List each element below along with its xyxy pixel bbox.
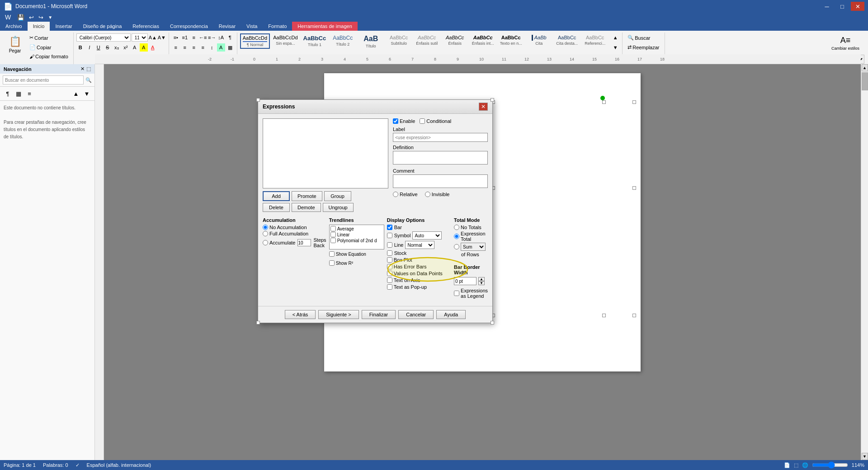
line-checkbox[interactable] — [387, 242, 392, 248]
maximize-button[interactable]: □ — [835, 2, 849, 11]
sort-btn[interactable]: ↕A — [217, 33, 225, 42]
text-highlight-btn[interactable]: A — [140, 43, 148, 52]
back-button[interactable]: < Atrás — [285, 310, 316, 319]
steps-back-input[interactable] — [297, 239, 311, 246]
full-accum-label[interactable]: Full Accumulation — [263, 231, 326, 236]
expr-total-radio[interactable] — [454, 234, 459, 239]
numbering-btn[interactable]: ≡1 — [181, 33, 189, 42]
vertical-scrollbar[interactable]: ▲ ▼ — [861, 64, 868, 460]
box-plot-checkbox[interactable] — [387, 257, 392, 263]
no-accum-label[interactable]: No Accumulation — [263, 225, 326, 230]
trend-average[interactable]: Average — [330, 226, 383, 231]
align-center-btn[interactable]: ≡ — [181, 43, 189, 52]
shading-btn[interactable]: A — [217, 43, 225, 52]
symbol-checkbox[interactable] — [387, 233, 392, 238]
nav-search-input[interactable] — [3, 75, 84, 85]
view-print-btn[interactable]: 📄 — [784, 462, 790, 468]
copy-button[interactable]: 📄 Copiar — [27, 43, 71, 52]
sum-label[interactable]: Sum — [454, 243, 488, 251]
border-down-btn[interactable]: ▼ — [478, 281, 485, 285]
increase-indent-btn[interactable]: ≡→ — [208, 33, 216, 42]
decrease-font-btn[interactable]: A▼ — [158, 33, 166, 42]
help-button[interactable]: Ayuda — [436, 310, 466, 319]
selection-handle-mr[interactable] — [632, 186, 636, 190]
symbol-select[interactable]: Auto — [412, 231, 442, 240]
styles-up-btn[interactable]: ▲ — [611, 33, 619, 42]
scroll-thumb[interactable] — [862, 72, 868, 90]
undo-quick-btn[interactable]: ↩ — [28, 14, 35, 21]
style-sin-espa[interactable]: AaBbCcDd Sin espa... — [271, 33, 300, 47]
tab-correspondencia[interactable]: Correspondencia — [165, 22, 213, 31]
format-copy-button[interactable]: 🖌 Copiar formato — [27, 52, 71, 61]
line-select[interactable]: Normal — [405, 241, 434, 249]
italic-btn[interactable]: I — [85, 43, 94, 52]
tab-diseno-pagina[interactable]: Diseño de página — [78, 22, 127, 31]
sum-select[interactable]: Sum — [461, 243, 486, 251]
show-r2-check[interactable] — [329, 260, 335, 266]
accumulate-radio[interactable] — [263, 240, 268, 245]
customize-quick-btn[interactable]: ▼ — [47, 14, 54, 20]
add-button[interactable]: Add — [263, 191, 290, 201]
trend-average-check[interactable] — [330, 226, 336, 231]
style-texto-n[interactable]: AaBbCc Texto en n... — [497, 33, 524, 47]
trend-linear[interactable]: Linear — [330, 232, 383, 237]
nav-headings-btn[interactable]: ¶ — [3, 89, 13, 99]
text-effects-btn[interactable]: A — [131, 43, 139, 52]
show-marks-btn[interactable]: ¶ — [226, 33, 234, 42]
conditional-checkbox-label[interactable]: Conditional — [420, 118, 451, 124]
invisible-radio-label[interactable]: Invisible — [425, 192, 450, 197]
promote-button[interactable]: Promote — [292, 191, 322, 201]
dlg-resize-bl[interactable] — [256, 321, 260, 324]
style-normal[interactable]: AaBbCcDd ¶ Normal — [240, 33, 270, 49]
next-button[interactable]: Siguiente > — [318, 310, 359, 319]
spell-check-icon[interactable]: ✓ — [75, 462, 80, 468]
paste-button[interactable]: 📋 Pegar — [4, 33, 26, 56]
text-axis-checkbox[interactable] — [387, 277, 392, 283]
nav-close-btn[interactable]: ✕ — [80, 66, 85, 72]
bar-checkbox[interactable] — [387, 225, 392, 230]
stock-checkbox[interactable] — [387, 250, 392, 256]
language[interactable]: Español (alfab. internacional) — [87, 462, 151, 468]
style-enfasis-sutil[interactable]: AaBbCc Énfasis sutil — [413, 33, 440, 47]
strikethrough-btn[interactable]: S — [104, 43, 112, 52]
reemplazar-button[interactable]: ⇄ Reemplazar — [625, 43, 661, 52]
tab-archivo[interactable]: Archivo — [0, 22, 28, 31]
conditional-checkbox[interactable] — [420, 118, 425, 124]
dialog-titlebar[interactable]: Expressions ✕ — [258, 100, 492, 114]
style-cita[interactable]: AaBb Cita — [525, 33, 552, 47]
finish-button[interactable]: Finalizar — [362, 310, 396, 319]
style-titulo[interactable]: AaB Título — [357, 33, 384, 50]
comment-textarea[interactable] — [393, 174, 488, 188]
selection-handle-tr[interactable] — [632, 100, 636, 104]
close-button[interactable]: ✕ — [851, 2, 864, 11]
view-full-btn[interactable]: ⬚ — [794, 462, 798, 468]
selection-handle-bc[interactable] — [602, 314, 606, 317]
nav-results-btn[interactable]: ≡ — [24, 89, 34, 99]
scroll-down-btn[interactable]: ▼ — [862, 453, 868, 460]
nav-expand-btn[interactable]: ⬚ — [86, 66, 91, 72]
definition-textarea[interactable] — [393, 151, 488, 164]
dlg-resize-tr[interactable] — [491, 98, 494, 102]
tab-revisar[interactable]: Revisar — [213, 22, 241, 31]
tab-referencias[interactable]: Referencias — [127, 22, 165, 31]
demote-button[interactable]: Demote — [292, 203, 321, 212]
style-enfasis-int[interactable]: AaBbCc Énfasis int... — [469, 33, 496, 47]
trendlines-list[interactable]: Average Linear Polynomial of 2nd d — [329, 225, 384, 249]
scroll-up-btn[interactable]: ▲ — [862, 64, 868, 71]
rotation-handle[interactable] — [600, 96, 605, 100]
no-totals-radio[interactable] — [454, 225, 459, 230]
buscar-button[interactable]: 🔍 Buscar — [625, 33, 652, 42]
zoom-level[interactable]: 114% — [852, 462, 864, 468]
multilevel-btn[interactable]: ≡ — [190, 33, 198, 42]
tab-formato[interactable]: Formato — [263, 22, 292, 31]
cambiar-estilos-button[interactable]: A≡ Cambiar estilos — [828, 33, 863, 53]
text-popup-checkbox[interactable] — [387, 284, 392, 290]
expr-legend-checkbox[interactable] — [454, 291, 459, 296]
style-titulo2[interactable]: AaBbCc Título 2 — [329, 33, 356, 48]
nav-next-btn[interactable]: ▼ — [82, 89, 92, 99]
tab-vista[interactable]: Vista — [241, 22, 263, 31]
style-cita-desta[interactable]: AaBbCc Cita desta... — [553, 33, 580, 47]
tab-herramientas-imagen[interactable]: Herramientas de imagen — [292, 22, 357, 31]
save-quick-btn[interactable]: 💾 — [16, 14, 26, 21]
minimize-button[interactable]: ─ — [820, 2, 834, 11]
